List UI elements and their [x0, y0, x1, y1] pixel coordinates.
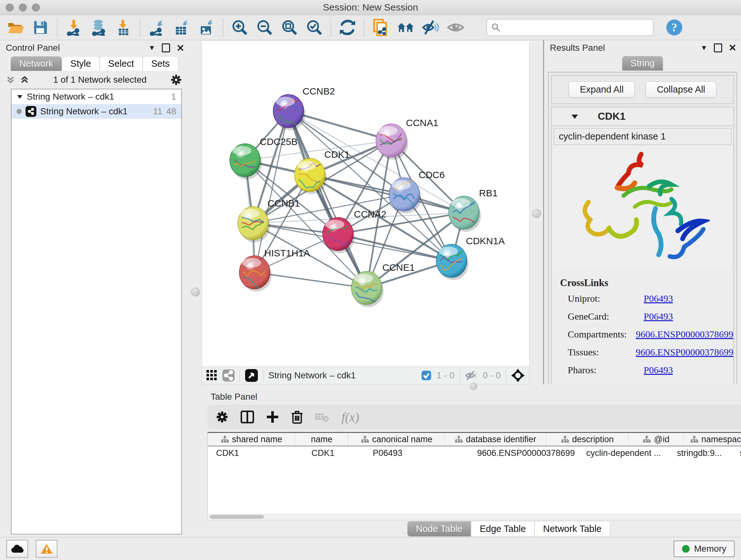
horizontal-splitter[interactable]: [202, 384, 741, 390]
search-box[interactable]: [486, 19, 654, 36]
splitter-handle[interactable]: [532, 209, 541, 218]
birds-eye-view-icon[interactable]: [245, 369, 258, 382]
fit-selected-crosshair-icon[interactable]: [511, 369, 525, 382]
refresh-view-icon[interactable]: [339, 19, 356, 36]
tab-select[interactable]: Select: [99, 56, 143, 71]
import-network-from-database-icon[interactable]: [90, 19, 107, 36]
export-image-icon[interactable]: [198, 19, 215, 36]
warnings-button[interactable]: [36, 540, 57, 558]
import-table-icon[interactable]: [115, 19, 132, 36]
left-splitter[interactable]: [189, 40, 202, 537]
close-window-button[interactable]: [6, 3, 14, 11]
save-session-icon[interactable]: [32, 19, 49, 36]
table-cell[interactable]: cyclin-dependent ...: [578, 446, 669, 460]
tab-network[interactable]: Network: [10, 56, 62, 71]
table-cell[interactable]: stringdb:9...: [669, 446, 731, 460]
crosslink-link[interactable]: 9606.ENSP00000378699: [636, 329, 733, 340]
tab-string[interactable]: String: [622, 56, 664, 71]
column-header-@id[interactable]: @id: [629, 433, 684, 446]
export-table-icon[interactable]: [173, 19, 190, 36]
crosslink-link[interactable]: P06493: [644, 365, 673, 375]
column-header-name[interactable]: name: [295, 433, 348, 446]
protein-header[interactable]: CDK1: [552, 107, 733, 126]
tree-expand-icon[interactable]: [17, 94, 23, 99]
table-cell[interactable]: stringdb: [731, 446, 741, 460]
column-header-namespace[interactable]: namespace: [684, 433, 741, 446]
zoom-selected-icon[interactable]: [306, 19, 323, 36]
show-columns-icon[interactable]: [241, 411, 254, 423]
node-CCNE1[interactable]: CCNE1: [351, 262, 415, 307]
collapse-section-icon[interactable]: [571, 114, 579, 119]
node-label: CDC6: [419, 170, 445, 180]
column-header-database-identifier[interactable]: database identifier: [445, 433, 546, 446]
table-options-gear-icon[interactable]: [216, 411, 228, 423]
node-CCNB2[interactable]: CCNB2: [273, 86, 335, 130]
export-network-icon[interactable]: [148, 19, 165, 36]
hide-unhide-icon[interactable]: [422, 19, 439, 36]
table-cell[interactable]: CDK1: [208, 446, 303, 460]
node-RB1[interactable]: RB1: [449, 188, 497, 232]
memory-button[interactable]: Memory: [674, 541, 735, 557]
search-input[interactable]: [503, 22, 649, 33]
node-HIST1H1A[interactable]: HIST1H1A: [239, 248, 310, 292]
edge-CCNB2-CCNE1[interactable]: [288, 111, 367, 288]
maximize-panel-icon[interactable]: [162, 44, 170, 52]
close-panel-icon[interactable]: ✕: [177, 43, 185, 54]
delete-column-icon[interactable]: [291, 410, 303, 424]
close-panel-icon[interactable]: ✕: [729, 42, 737, 53]
show-grid-icon[interactable]: [206, 370, 217, 381]
splitter-handle[interactable]: [191, 287, 200, 297]
expand-all-networks-icon[interactable]: [20, 75, 29, 84]
zoom-out-icon[interactable]: [256, 19, 273, 36]
zoom-in-icon[interactable]: [231, 19, 248, 36]
network-canvas[interactable]: CCNB2CCNA1CDC25BCDK1CDC6RB1CCNB1CCNA2CDK…: [202, 40, 529, 367]
node-CDC6[interactable]: CDC6: [389, 170, 445, 213]
scrollbar-thumb[interactable]: [210, 515, 264, 519]
crosslink-link[interactable]: P06493: [644, 293, 673, 304]
maximize-panel-icon[interactable]: [714, 44, 722, 52]
minimize-window-button[interactable]: [19, 3, 27, 11]
crosslink-link[interactable]: 9606.ENSP00000378699: [636, 347, 733, 358]
tab-network-table[interactable]: Network Table: [535, 521, 610, 537]
node-CCNA1[interactable]: CCNA1: [376, 118, 439, 160]
tab-node-table[interactable]: Node Table: [407, 521, 471, 537]
tab-edge-table[interactable]: Edge Table: [471, 521, 535, 537]
collapse-all-button[interactable]: Collapse All: [646, 81, 717, 98]
column-header-description[interactable]: description: [546, 433, 629, 446]
zoom-window-button[interactable]: [32, 3, 40, 11]
open-session-icon[interactable]: [7, 19, 24, 36]
expand-all-button[interactable]: Expand All: [569, 81, 635, 98]
collapse-all-networks-icon[interactable]: [6, 75, 15, 84]
add-column-icon[interactable]: [266, 411, 279, 423]
table-tabs: Node TableEdge TableNetwork Table: [205, 520, 741, 537]
selected-checkbox-icon[interactable]: [421, 370, 431, 381]
network-options-gear-icon[interactable]: [171, 74, 182, 85]
column-header-canonical-name[interactable]: canonical name: [348, 433, 445, 446]
table-cell[interactable]: CDK1: [303, 446, 364, 460]
home-network-icon[interactable]: [397, 19, 414, 36]
network-from-clipboard-icon[interactable]: [372, 19, 389, 36]
table-cell[interactable]: P06493: [364, 446, 469, 460]
table-cell[interactable]: 9606.ENSP00000378699: [469, 446, 578, 460]
network-row-selected[interactable]: String Network – cdk1 11 48: [11, 104, 181, 119]
network-collection-row[interactable]: String Network – cdk1 1: [11, 89, 181, 104]
column-header-shared-name[interactable]: shared name: [208, 433, 295, 446]
zoom-fit-icon[interactable]: [281, 19, 298, 36]
edge-CDK1-RB1[interactable]: [310, 175, 464, 212]
float-panel-icon[interactable]: ▼: [148, 44, 155, 52]
tab-sets[interactable]: Sets: [143, 56, 179, 71]
splitter-handle[interactable]: [470, 382, 477, 390]
import-network-icon[interactable]: [65, 19, 82, 36]
edge-CCNA2-CDKN1A[interactable]: [338, 234, 452, 261]
table-horizontal-scrollbar[interactable]: [207, 514, 741, 520]
right-splitter[interactable]: [529, 40, 543, 384]
float-panel-icon[interactable]: ▼: [700, 44, 708, 52]
string-style-icon[interactable]: [222, 369, 234, 381]
cloud-status-button[interactable]: [6, 540, 28, 558]
crosslink-link[interactable]: P06493: [644, 311, 673, 322]
node-CDKN1A[interactable]: CDKN1A: [436, 236, 505, 280]
show-graphics-details-icon[interactable]: [447, 19, 464, 36]
tab-style[interactable]: Style: [62, 56, 99, 71]
table-row[interactable]: CDK1CDK1P064939606.ENSP00000378699cyclin…: [208, 446, 741, 460]
help-icon[interactable]: ?: [666, 19, 683, 36]
